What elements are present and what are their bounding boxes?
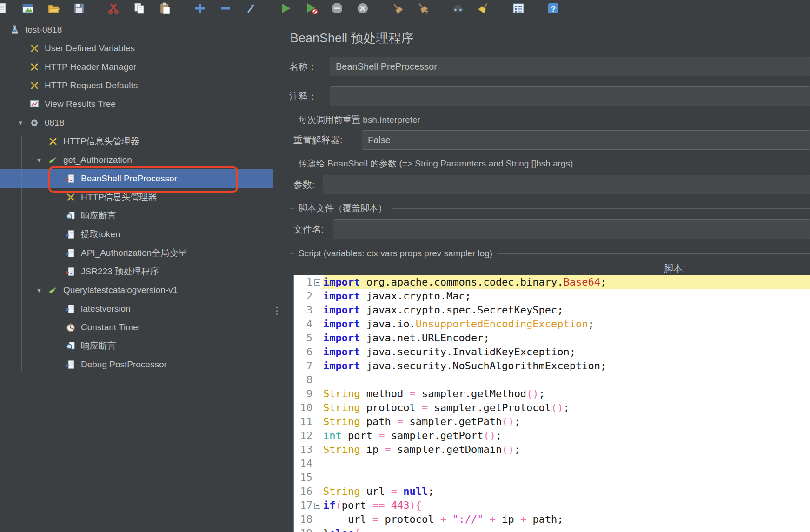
page-title: BeanShell 预处理程序: [290, 30, 414, 47]
code-line: import java.net.URLEncoder;: [323, 331, 810, 345]
tree-item[interactable]: Debug PostProcessor: [0, 355, 273, 374]
postproc-icon: [65, 229, 76, 239]
help-icon[interactable]: ?: [545, 1, 561, 15]
paste-icon[interactable]: [157, 1, 173, 15]
code-line: [323, 457, 810, 471]
tree-item-label: JSR223 预处理程序: [81, 266, 159, 278]
tree-item[interactable]: ▼Querylatestcatalogversion-v1: [0, 281, 273, 299]
new-icon[interactable]: [0, 1, 10, 15]
parameters-group-border: 传递给 BeanShell 的参数 (=> String Parameters …: [290, 158, 810, 169]
tree-item-label: User Defined Variables: [45, 43, 135, 53]
add-icon[interactable]: [192, 1, 208, 15]
save-icon[interactable]: [71, 1, 87, 15]
tree-item-label: Debug PostProcessor: [81, 359, 167, 370]
tree-item[interactable]: 提取token: [0, 225, 273, 244]
parameters-group-title: 传递给 BeanShell 的参数 (=> String Parameters …: [294, 158, 578, 169]
tree-item[interactable]: View Results Tree: [0, 95, 273, 113]
tree-item-label: get_Authorization: [63, 155, 132, 165]
line-number: 8: [294, 373, 312, 387]
editor-code[interactable]: import org.apache.commons.codec.binary.B…: [323, 275, 810, 532]
name-input[interactable]: [330, 57, 810, 76]
line-number: 3: [294, 303, 312, 317]
postproc-icon: [65, 359, 76, 370]
name-row: 名称：: [280, 57, 810, 76]
svg-text:?: ?: [551, 5, 556, 13]
stop-icon[interactable]: [329, 1, 345, 15]
preproc-icon: [65, 266, 76, 277]
tree-item[interactable]: 响应断言: [0, 206, 273, 225]
templates-icon[interactable]: [20, 1, 36, 15]
script-editor[interactable]: 12345678910111213141516171819 import org…: [293, 275, 810, 532]
clear-icon[interactable]: [390, 1, 405, 15]
panel-splitter[interactable]: [273, 17, 280, 532]
tree-item[interactable]: HTTP信息头管理器: [0, 132, 273, 151]
tree-item-label: View Results Tree: [45, 99, 116, 109]
fold-icon[interactable]: [314, 503, 320, 509]
line-number: 9: [294, 387, 312, 401]
editor-gutter: 12345678910111213141516171819: [294, 275, 323, 532]
cut-icon[interactable]: [106, 1, 122, 15]
subtract-icon[interactable]: [218, 1, 233, 15]
start-icon[interactable]: [278, 1, 294, 15]
tree-item[interactable]: Constant Timer: [0, 318, 273, 337]
script-group-border: Script (variables: ctx vars props prev s…: [290, 248, 810, 259]
postproc-icon: [65, 248, 76, 258]
function-helper-icon[interactable]: [511, 1, 526, 15]
toggle-icon[interactable]: [243, 1, 259, 15]
tree-panel: test-0818User Defined VariablesHTTP Head…: [0, 17, 273, 532]
reset-interpreter-label: 重置解释器:: [293, 130, 343, 150]
tree-item[interactable]: test-0818: [0, 20, 273, 39]
line-number: 12: [294, 429, 312, 443]
gear-icon: [29, 118, 40, 128]
copy-icon[interactable]: [132, 1, 147, 15]
expand-toggle-icon[interactable]: ▼: [31, 287, 47, 294]
line-number: 13: [294, 443, 312, 457]
clear-all-icon[interactable]: [415, 1, 431, 15]
tree-item[interactable]: User Defined Variables: [0, 39, 273, 58]
tree-item-label: 响应断言: [81, 210, 116, 222]
tree-item[interactable]: BeanShell PreProcessor: [0, 169, 273, 188]
code-line: import javax.crypto.spec.SecretKeySpec;: [323, 303, 810, 317]
search-reset-icon[interactable]: [476, 1, 491, 15]
tree-item-label: BeanShell PreProcessor: [81, 173, 177, 184]
line-number: 11: [294, 415, 312, 429]
line-number: 1: [294, 275, 312, 289]
tree-item[interactable]: ▼0818: [0, 113, 273, 132]
preproc-icon: [65, 173, 76, 184]
reset-interpreter-input[interactable]: [362, 130, 810, 150]
tree-item[interactable]: 响应断言: [0, 337, 273, 355]
tools-icon: [29, 80, 40, 91]
syringe-icon: [47, 285, 59, 295]
parameters-input[interactable]: [323, 175, 810, 194]
chart-icon: [29, 99, 40, 109]
search-icon[interactable]: [450, 1, 466, 15]
expand-toggle-icon[interactable]: ▼: [31, 157, 47, 164]
tree-item[interactable]: latestversion: [0, 299, 273, 318]
shutdown-icon[interactable]: [355, 1, 371, 15]
tree-item-label: HTTP信息头管理器: [81, 191, 157, 203]
line-number: 10: [294, 401, 312, 415]
splitter-handle-icon[interactable]: [273, 307, 280, 315]
expand-toggle-icon[interactable]: ▼: [12, 120, 29, 126]
tree-item-label: HTTP信息头管理器: [63, 135, 139, 147]
tree-item[interactable]: JSR223 预处理程序: [0, 262, 273, 281]
tree-item[interactable]: API_Authorization全局变量: [0, 244, 273, 262]
comment-input[interactable]: [330, 86, 810, 106]
tools-icon: [29, 43, 40, 53]
tree-item[interactable]: HTTP Request Defaults: [0, 76, 273, 95]
tree-item-label: API_Authorization全局变量: [81, 247, 187, 259]
code-line: int port = sampler.getPort();: [323, 429, 810, 443]
comment-label: 注释：: [289, 86, 317, 106]
fold-icon[interactable]: [314, 279, 320, 286]
open-icon[interactable]: [46, 1, 61, 15]
tree-item[interactable]: HTTP信息头管理器: [0, 188, 273, 206]
tree-item[interactable]: HTTP Header Manager: [0, 58, 273, 76]
start-no-pauses-icon[interactable]: [304, 1, 319, 15]
tree-item[interactable]: ▼get_Authorization: [0, 151, 273, 169]
line-number: 6: [294, 345, 312, 359]
line-number: 7: [294, 359, 312, 373]
code-line: url = protocol + "://" + ip + path;: [323, 512, 810, 526]
line-number: 18: [294, 512, 312, 526]
file-name-input[interactable]: [333, 219, 810, 239]
tree-item-label: latestversion: [81, 304, 131, 314]
